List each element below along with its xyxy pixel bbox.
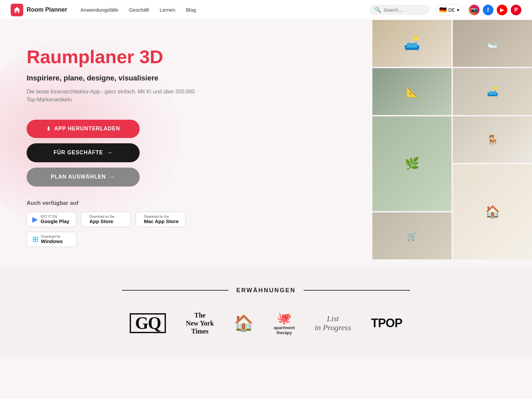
hero-title: Raumplaner 3D <box>27 47 206 67</box>
business-button[interactable]: FÜR GESCHÄFTE → <box>27 143 140 162</box>
hero-image-7 <box>453 164 532 259</box>
mention-gq: GQ <box>130 310 166 336</box>
mention-tpop: TPOP <box>371 310 402 336</box>
hero-content: Raumplaner 3D Inspiriere, plane, designe… <box>0 20 226 267</box>
windows-badge[interactable]: ⊞ Download for Windows <box>27 232 76 247</box>
mention-apartment-therapy: 🐙 apartment therapy <box>274 310 295 336</box>
app-store-badge[interactable]: Download on the App Store <box>81 212 131 227</box>
google-play-badge[interactable]: ▶ GET IT ON Google Play <box>27 212 76 227</box>
mac-app-store-badge[interactable]: Download on the Mac App Store <box>136 212 186 227</box>
download-app-button[interactable]: ⬇ APP HERUNTERLADEN <box>27 120 140 138</box>
flag-icon: 🇩🇪 <box>439 6 447 14</box>
social-icons: 📷 f ▶ P <box>469 5 521 15</box>
search-input[interactable] <box>384 7 425 13</box>
hero-image-8 <box>372 212 452 259</box>
plan-button[interactable]: PLAN AUSWÄHLEN → <box>27 168 140 187</box>
hero-image-grid <box>372 20 532 259</box>
nav-link-blog[interactable]: Blog <box>186 7 196 13</box>
navbar: Room Planner Anwendungsfälle Geschäft Le… <box>0 0 532 20</box>
mentions-title: ERWÄHNUNGEN <box>236 287 296 294</box>
store-badges: ▶ GET IT ON Google Play Download on the … <box>27 212 206 247</box>
gq-logo: GQ <box>130 313 166 333</box>
mentions-logos: GQ TheNew YorkTimes 🏠 🐙 apartment therap… <box>27 310 505 336</box>
brand-name: Room Planner <box>27 6 67 13</box>
nav-right: 🔍 🇩🇪 DE ▾ 📷 f ▶ P <box>370 4 521 16</box>
hero-image-2 <box>453 20 532 67</box>
tpop-logo: TPOP <box>371 316 402 330</box>
nav-link-learn[interactable]: Lernen <box>160 7 175 13</box>
hero-description: Die beste Innenarchitektur-App - ganz ei… <box>27 88 206 104</box>
download-icon: ⬇ <box>46 126 51 132</box>
instagram-icon[interactable]: 📷 <box>469 5 479 15</box>
chevron-down-icon: ▾ <box>457 7 459 13</box>
nav-link-business[interactable]: Geschäft <box>129 7 149 13</box>
google-play-icon: ▶ <box>32 215 38 224</box>
mentions-line-right <box>304 290 410 291</box>
youtube-icon[interactable]: ▶ <box>497 5 507 15</box>
nav-links: Anwendungsfälle Geschäft Lernen Blog <box>80 7 370 13</box>
hero-image-5 <box>372 116 452 211</box>
mention-nyt: TheNew YorkTimes <box>186 310 214 336</box>
list-in-progress-logo: Listin Progress <box>315 314 351 332</box>
pinterest-icon[interactable]: P <box>511 5 521 15</box>
hero-image-4 <box>453 68 532 115</box>
hero-image-1 <box>372 20 452 67</box>
search-icon: 🔍 <box>374 7 381 13</box>
search-bar[interactable]: 🔍 <box>370 5 430 15</box>
language-selector[interactable]: 🇩🇪 DE ▾ <box>435 4 464 16</box>
windows-icon: ⊞ <box>32 235 38 244</box>
arrow-right-icon-2: → <box>109 174 115 181</box>
hero-image-3 <box>372 68 452 115</box>
logo-icon <box>11 4 23 16</box>
logo-area[interactable]: Room Planner <box>11 4 67 16</box>
mention-list-in-progress: Listin Progress <box>315 310 351 336</box>
facebook-icon[interactable]: f <box>483 5 493 15</box>
hero-image-6 <box>453 116 532 163</box>
hero-subtitle: Inspiriere, plane, designe, visualisiere <box>27 74 206 82</box>
also-available-label: Auch verfügbar auf <box>27 200 206 206</box>
nyt-logo: TheNew YorkTimes <box>186 311 214 335</box>
at-icon: 🐙 <box>277 311 292 325</box>
hero-section: Raumplaner 3D Inspiriere, plane, designe… <box>0 20 532 267</box>
mentions-section: ERWÄHNUNGEN GQ TheNew YorkTimes 🏠 🐙 apar… <box>0 267 532 356</box>
arrow-right-icon: → <box>106 149 113 156</box>
apartment-therapy-logo: 🐙 apartment therapy <box>274 311 295 335</box>
realtor-logo: 🏠 <box>234 314 254 332</box>
mention-realtor: 🏠 <box>234 310 254 336</box>
mentions-header: ERWÄHNUNGEN <box>27 287 505 294</box>
mentions-line-left <box>122 290 228 291</box>
language-code: DE <box>449 7 455 13</box>
nav-link-use-cases[interactable]: Anwendungsfälle <box>80 7 118 13</box>
